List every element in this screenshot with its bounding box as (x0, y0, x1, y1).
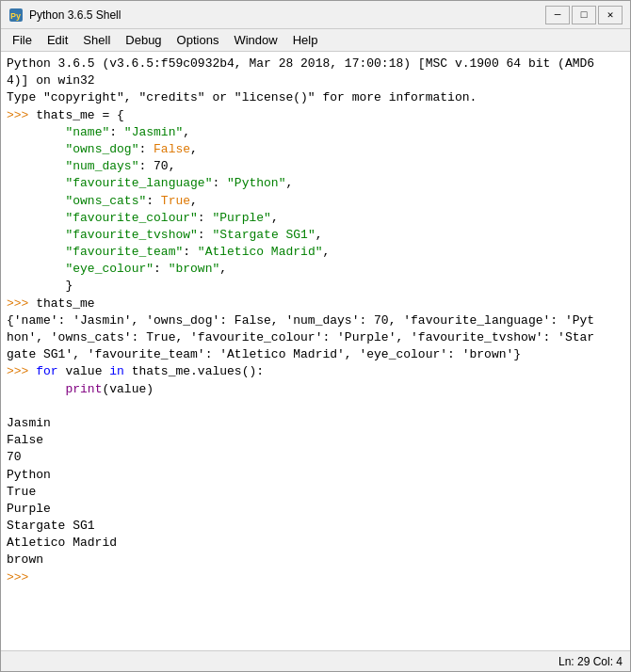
minimize-button[interactable]: ─ (545, 6, 570, 24)
menu-debug[interactable]: Debug (118, 31, 169, 49)
status-bar: Ln: 29 Col: 4 (1, 650, 630, 671)
output-line: "num_days": 70, (7, 158, 624, 175)
main-window: Py Python 3.6.5 Shell ─ □ ✕ File Edit Sh… (0, 0, 631, 672)
output-line: 4)] on win32 (7, 72, 624, 89)
output-line: 70 (7, 449, 624, 466)
svg-text:Py: Py (10, 11, 21, 21)
output-line: {'name': 'Jasmin', 'owns_dog': False, 'n… (7, 312, 624, 329)
output-line: >>> thats_me = { (7, 107, 624, 124)
output-line: brown (7, 552, 624, 568)
menu-help[interactable]: Help (285, 31, 326, 49)
output-line: Stargate SG1 (7, 518, 624, 535)
output-line: Type "copyright", "credits" or "license(… (7, 89, 624, 106)
output-line: } (7, 278, 624, 295)
close-button[interactable]: ✕ (598, 6, 623, 24)
output-line: "owns_dog": False, (7, 141, 624, 158)
menu-bar: File Edit Shell Debug Options Window Hel… (1, 29, 630, 52)
output-line: hon', 'owns_cats': True, 'favourite_colo… (7, 329, 624, 346)
output-line: "favourite_tvshow": "Stargate SG1", (7, 227, 624, 244)
menu-shell[interactable]: Shell (75, 31, 118, 49)
output-line: print(value) (7, 381, 624, 398)
output-line: Python 3.6.5 (v3.6.5:f59c0932b4, Mar 28 … (7, 56, 624, 72)
window-controls: ─ □ ✕ (545, 6, 623, 24)
output-line: >>> (7, 569, 624, 586)
menu-file[interactable]: File (5, 31, 40, 49)
output-line: False (7, 432, 624, 449)
title-bar: Py Python 3.6.5 Shell ─ □ ✕ (1, 1, 630, 29)
output-line: >>> thats_me (7, 296, 624, 312)
output-line: "favourite_colour": "Purple", (7, 210, 624, 227)
menu-edit[interactable]: Edit (40, 31, 75, 49)
menu-window[interactable]: Window (226, 31, 284, 49)
output-line: "owns_cats": True, (7, 193, 624, 210)
output-line: "eye_colour": "brown", (7, 261, 624, 278)
output-line: Jasmin (7, 415, 624, 432)
shell-output[interactable]: Python 3.6.5 (v3.6.5:f59c0932b4, Mar 28 … (1, 52, 630, 650)
output-line: gate SG1', 'favourite_team': 'Atletico M… (7, 346, 624, 363)
output-line: "name": "Jasmin", (7, 124, 624, 141)
output-line: "favourite_team": "Atletico Madrid", (7, 244, 624, 261)
output-line: True (7, 484, 624, 501)
output-line: "favourite_language": "Python", (7, 175, 624, 192)
maximize-button[interactable]: □ (572, 6, 596, 24)
window-title: Python 3.6.5 Shell (29, 8, 540, 22)
output-line: Python (7, 467, 624, 484)
cursor-position: Ln: 29 Col: 4 (558, 655, 623, 668)
app-icon: Py (8, 8, 24, 23)
output-line: Atletico Madrid (7, 535, 624, 552)
output-line: >>> for value in thats_me.values(): (7, 363, 624, 380)
menu-options[interactable]: Options (170, 31, 227, 49)
output-line: Purple (7, 501, 624, 518)
output-line (7, 398, 624, 415)
